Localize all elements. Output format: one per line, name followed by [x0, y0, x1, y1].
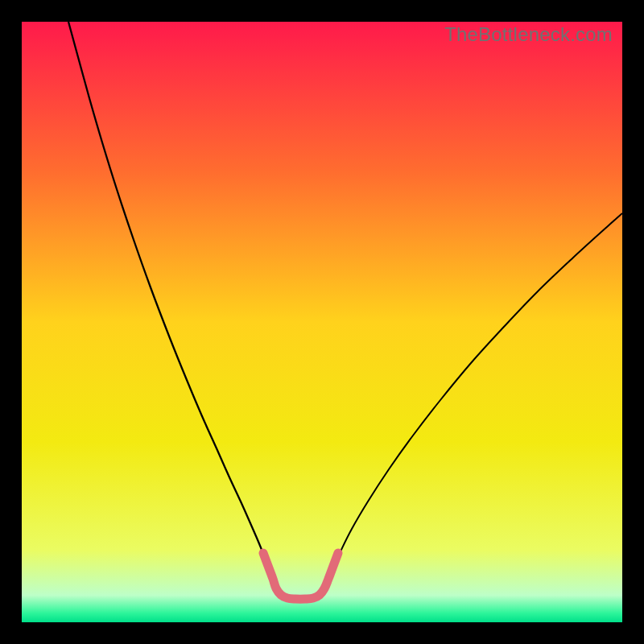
- gradient-background: [22, 22, 622, 622]
- bottleneck-chart: [22, 22, 622, 622]
- watermark-text: TheBottleneck.com: [444, 23, 613, 46]
- chart-frame: TheBottleneck.com: [22, 22, 622, 622]
